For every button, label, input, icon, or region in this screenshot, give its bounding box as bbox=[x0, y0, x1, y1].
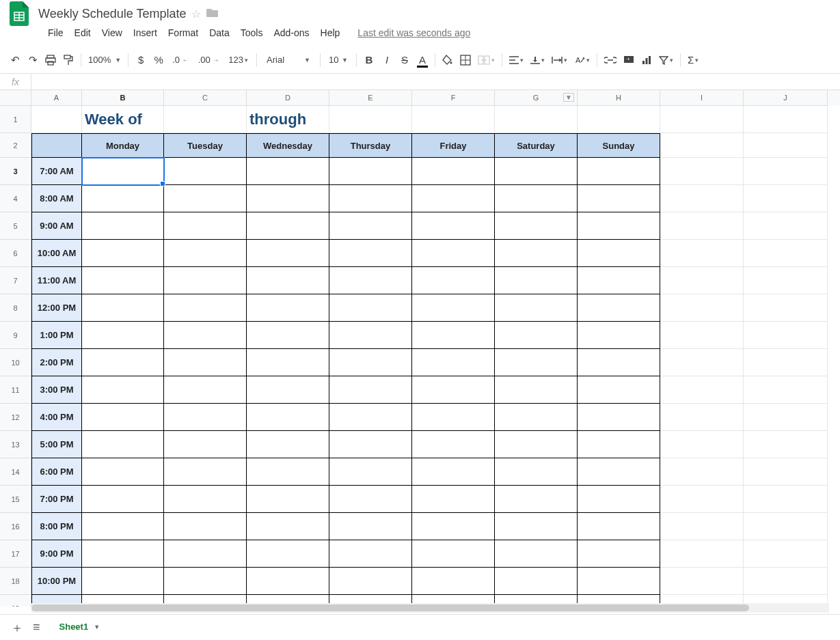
menu-view[interactable]: View bbox=[96, 25, 128, 41]
column-header-A[interactable]: A bbox=[31, 90, 82, 106]
row-header-9[interactable]: 9 bbox=[0, 322, 31, 349]
cell-H15[interactable] bbox=[578, 486, 660, 513]
cell-D9[interactable] bbox=[247, 322, 329, 349]
row-header-2[interactable]: 2 bbox=[0, 133, 31, 158]
time-label-7[interactable]: 11:00 AM bbox=[31, 267, 82, 294]
cell-G6[interactable] bbox=[495, 240, 578, 267]
star-icon[interactable]: ☆ bbox=[191, 8, 201, 20]
cell-E10[interactable] bbox=[329, 349, 412, 376]
cell-E7[interactable] bbox=[329, 267, 412, 294]
time-label-8[interactable]: 12:00 PM bbox=[31, 294, 82, 322]
column-header-B[interactable]: B bbox=[82, 90, 164, 106]
cell-B18[interactable] bbox=[82, 568, 164, 595]
cell-F11[interactable] bbox=[412, 376, 495, 404]
cell-G5[interactable] bbox=[495, 212, 578, 240]
day-header-friday[interactable]: Friday bbox=[412, 133, 495, 158]
menu-edit[interactable]: Edit bbox=[69, 25, 96, 41]
cell-B15[interactable] bbox=[82, 486, 164, 513]
time-label-16[interactable]: 8:00 PM bbox=[31, 513, 82, 540]
cell-G10[interactable] bbox=[495, 349, 578, 376]
cell-B8[interactable] bbox=[82, 294, 164, 322]
cell-A2[interactable] bbox=[31, 133, 82, 158]
cell-B7[interactable] bbox=[82, 267, 164, 294]
row-header-4[interactable]: 4 bbox=[0, 185, 31, 212]
cell-H11[interactable] bbox=[578, 376, 660, 404]
cell-D18[interactable] bbox=[247, 568, 329, 595]
fill-color-button[interactable] bbox=[439, 51, 456, 69]
time-label-13[interactable]: 5:00 PM bbox=[31, 431, 82, 458]
paint-format-button[interactable] bbox=[60, 51, 77, 69]
cell-F18[interactable] bbox=[412, 568, 495, 595]
cell-I6[interactable] bbox=[660, 240, 744, 267]
cell-D10[interactable] bbox=[247, 349, 329, 376]
cell-H7[interactable] bbox=[578, 267, 660, 294]
menu-format[interactable]: Format bbox=[163, 25, 204, 41]
cell-E4[interactable] bbox=[329, 185, 412, 212]
time-label-3[interactable]: 7:00 AM bbox=[31, 158, 82, 185]
cell-J12[interactable] bbox=[744, 404, 828, 431]
row-header-5[interactable]: 5 bbox=[0, 212, 31, 240]
cell-G8[interactable] bbox=[495, 294, 578, 322]
row-header-18[interactable]: 18 bbox=[0, 568, 31, 595]
insert-chart-button[interactable] bbox=[638, 51, 655, 69]
time-label-12[interactable]: 4:00 PM bbox=[31, 404, 82, 431]
cell-I1[interactable] bbox=[660, 106, 744, 133]
cell-B16[interactable] bbox=[82, 513, 164, 540]
cell-D3[interactable] bbox=[247, 158, 329, 185]
menu-data[interactable]: Data bbox=[204, 25, 235, 41]
cell-I11[interactable] bbox=[660, 376, 744, 404]
format-percent-button[interactable]: % bbox=[150, 51, 167, 69]
cell-I9[interactable] bbox=[660, 322, 744, 349]
cell-H6[interactable] bbox=[578, 240, 660, 267]
cell-D13[interactable] bbox=[247, 431, 329, 458]
text-rotation-button[interactable]: A▾ bbox=[571, 51, 593, 69]
cell-B4[interactable] bbox=[82, 185, 164, 212]
cell-E5[interactable] bbox=[329, 212, 412, 240]
menu-insert[interactable]: Insert bbox=[128, 25, 163, 41]
cell-F10[interactable] bbox=[412, 349, 495, 376]
cell-F17[interactable] bbox=[412, 540, 495, 568]
cell-H3[interactable] bbox=[578, 158, 660, 185]
cell-D5[interactable] bbox=[247, 212, 329, 240]
menu-tools[interactable]: Tools bbox=[235, 25, 269, 41]
cell-D14[interactable] bbox=[247, 458, 329, 486]
cell-B13[interactable] bbox=[82, 431, 164, 458]
cell-G4[interactable] bbox=[495, 185, 578, 212]
cell-B12[interactable] bbox=[82, 404, 164, 431]
cell-C14[interactable] bbox=[164, 458, 247, 486]
cell-H8[interactable] bbox=[578, 294, 660, 322]
cell-G3[interactable] bbox=[495, 158, 578, 185]
cell-B9[interactable] bbox=[82, 322, 164, 349]
redo-button[interactable]: ↷ bbox=[25, 51, 41, 69]
cell-C12[interactable] bbox=[164, 404, 247, 431]
row-header-19[interactable]: 19 bbox=[0, 595, 31, 607]
merge-cells-button[interactable]: ▾ bbox=[475, 51, 498, 69]
cell-D17[interactable] bbox=[247, 540, 329, 568]
cell-I7[interactable] bbox=[660, 267, 744, 294]
cell-B17[interactable] bbox=[82, 540, 164, 568]
cell-J11[interactable] bbox=[744, 376, 828, 404]
cell-J17[interactable] bbox=[744, 540, 828, 568]
cell-I17[interactable] bbox=[660, 540, 744, 568]
text-color-button[interactable]: A bbox=[414, 51, 431, 69]
time-label-18[interactable]: 10:00 PM bbox=[31, 568, 82, 595]
row-header-13[interactable]: 13 bbox=[0, 431, 31, 458]
doc-title[interactable]: Weekly Schedule Template bbox=[38, 7, 186, 21]
select-all-corner[interactable] bbox=[0, 90, 31, 106]
time-label-5[interactable]: 9:00 AM bbox=[31, 212, 82, 240]
cell-J3[interactable] bbox=[744, 158, 828, 185]
cell-B14[interactable] bbox=[82, 458, 164, 486]
column-header-I[interactable]: I bbox=[660, 90, 744, 106]
column-header-C[interactable]: C bbox=[164, 90, 247, 106]
cell-B6[interactable] bbox=[82, 240, 164, 267]
borders-button[interactable] bbox=[457, 51, 474, 69]
cell-H16[interactable] bbox=[578, 513, 660, 540]
cell-C10[interactable] bbox=[164, 349, 247, 376]
filter-button[interactable]: ▾ bbox=[656, 51, 676, 69]
cell-F13[interactable] bbox=[412, 431, 495, 458]
cell-C7[interactable] bbox=[164, 267, 247, 294]
day-header-tuesday[interactable]: Tuesday bbox=[164, 133, 247, 158]
cell-C3[interactable] bbox=[164, 158, 247, 185]
cell-I2[interactable] bbox=[660, 133, 744, 158]
strikethrough-button[interactable]: S bbox=[396, 51, 413, 69]
